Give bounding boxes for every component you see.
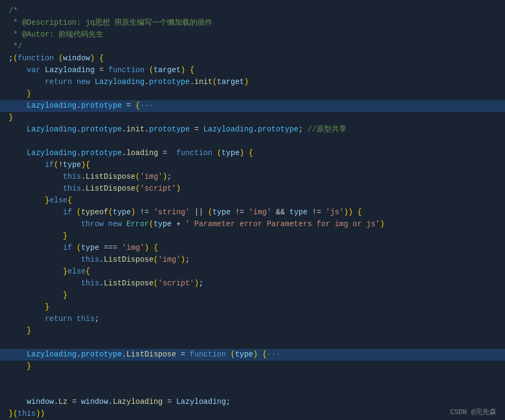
footer-attribution: CSDN @完先森 <box>441 405 505 420</box>
code-line-20: } <box>0 230 505 242</box>
code-line-8: } <box>0 88 505 100</box>
code-line-9: Lazyloading.prototype = {··· <box>0 100 505 112</box>
code-line-33 <box>0 384 505 396</box>
code-line-31: } <box>0 361 505 373</box>
code-line-29 <box>0 337 505 349</box>
code-line-35: }(this)) <box>0 408 505 420</box>
code-line-17: }else{ <box>0 195 505 207</box>
code-line-16: this.ListDispose('script') <box>0 183 505 195</box>
code-line-19: throw new Error(type + ' Parameter error… <box>0 219 505 230</box>
code-line-25: } <box>0 290 505 302</box>
code-line-11: Lazyloading.prototype.init.prototype = L… <box>0 124 505 136</box>
code-line-14: if(!type){ <box>0 159 505 171</box>
code-line-5: ;(function (window) { <box>0 53 505 65</box>
code-line-1: /* <box>0 5 505 17</box>
code-line-28: } <box>0 325 505 337</box>
code-line-18: if (typeof(type) != 'string' || (type !=… <box>0 207 505 219</box>
code-line-12 <box>0 136 505 148</box>
footer-text: CSDN @完先森 <box>450 408 496 416</box>
code-line-23: }else{ <box>0 266 505 278</box>
code-editor: /* * @Description: jq思想 用原生编写一个懒加载的插件 * … <box>0 0 505 420</box>
code-line-24: this.ListDispose('script'); <box>0 278 505 290</box>
code-line-27: return this; <box>0 313 505 325</box>
code-line-26: } <box>0 302 505 313</box>
code-line-15: this.ListDispose('img'); <box>0 171 505 183</box>
code-line-22: this.ListDispose('img'); <box>0 254 505 266</box>
code-line-21: if (type === 'img') { <box>0 242 505 254</box>
code-line-2: * @Description: jq思想 用原生编写一个懒加载的插件 <box>0 17 505 29</box>
code-line-10: } <box>0 112 505 124</box>
code-line-6: var Lazyloading = function (target) { <box>0 65 505 76</box>
code-line-13: Lazyloading.prototype.loading = function… <box>0 148 505 159</box>
code-line-4: */ <box>0 41 505 53</box>
code-line-34: window.Lz = window.Lazyloading = Lazyloa… <box>0 396 505 408</box>
code-line-7: return new Lazyloading.prototype.init(ta… <box>0 76 505 88</box>
code-line-30: Lazyloading.prototype.ListDispose = func… <box>0 349 505 361</box>
code-line-3: * @Autor: 前端代码先生 <box>0 29 505 41</box>
code-line-32 <box>0 373 505 384</box>
